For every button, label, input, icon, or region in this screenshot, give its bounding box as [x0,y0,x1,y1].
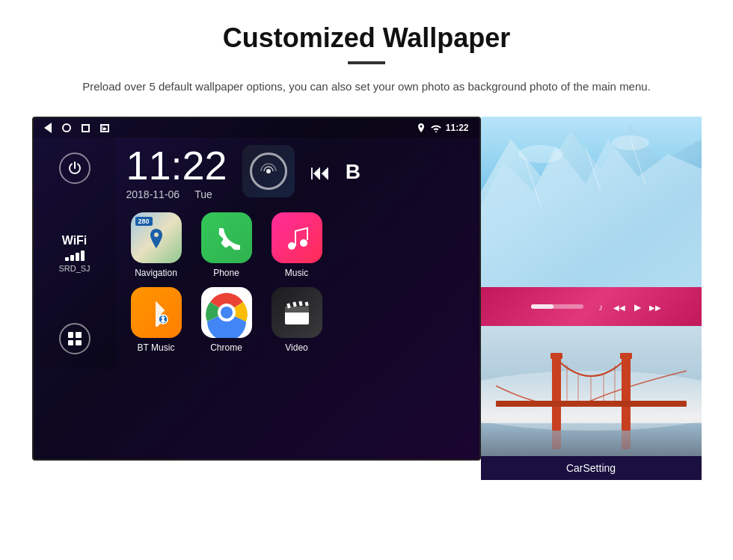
svg-rect-32 [550,353,562,359]
app-label-bt-music: BT Music [138,342,175,353]
bar-4 [81,250,85,261]
svg-rect-31 [622,356,631,431]
bridge-wallpaper-svg [481,326,702,456]
ice-visual [481,117,702,287]
date-value: 2018-11-06 [126,188,180,200]
screen-content: WiFi SRD_SJ [34,138,479,369]
day-value: Tue [194,188,212,200]
skip-previous-icon[interactable]: ⏮ [310,160,331,185]
app-item-video[interactable]: Video [267,287,327,353]
svg-point-19 [518,145,563,163]
apps-grid-icon [68,332,82,345]
phone-icon [213,224,240,251]
apps-row-2: BT Music [126,287,472,353]
apps-row-1: 280 Navigation [126,212,472,278]
svg-rect-22 [531,304,553,309]
status-time: 11:22 [446,123,469,133]
app-label-music: Music [285,268,308,278]
app-item-phone[interactable]: Phone [197,212,257,278]
carsetting-label[interactable]: CarSetting [481,456,702,480]
title-divider [348,61,385,64]
carsetting-text: CarSetting [566,462,616,474]
app-label-video: Video [285,342,307,353]
back-nav-icon[interactable] [44,123,52,133]
app-icon-navigation: 280 [131,212,182,263]
music-player-ui: ♪ ◀◀ ▶ ▶▶ [516,295,666,318]
bar-2 [70,255,74,261]
svg-point-2 [300,239,307,247]
media-app-icon[interactable] [242,145,295,197]
svg-rect-39 [496,401,687,407]
svg-text:♪: ♪ [598,302,603,313]
wallpaper-music-player[interactable]: ♪ ◀◀ ▶ ▶▶ [481,287,702,326]
app-label-navigation: Navigation [135,268,177,278]
svg-text:▶: ▶ [634,302,642,313]
wallpaper-column: ♪ ◀◀ ▶ ▶▶ [481,117,702,480]
app-icon-chrome [201,287,252,338]
ice-wallpaper-svg [481,117,702,287]
power-icon [67,161,82,176]
clapperboard-icon [282,299,312,326]
screen-main: 11:22 2018-11-06 Tue [116,138,479,369]
svg-rect-40 [552,427,561,449]
svg-point-20 [612,135,649,150]
app-icon-phone [201,212,252,263]
app-item-chrome[interactable]: Chrome [197,287,257,353]
recents-nav-icon[interactable] [82,124,90,132]
app-label-phone: Phone [213,268,239,278]
svg-text:▶▶: ▶▶ [649,304,661,312]
chrome-svg-icon [201,287,252,338]
wifi-status-icon [431,123,441,132]
svg-rect-11 [298,301,302,307]
screenshot-nav-icon[interactable] [100,124,109,132]
screen-sidebar: WiFi SRD_SJ [34,138,116,369]
wifi-ssid: SRD_SJ [58,264,90,273]
status-bar: 11:22 [34,118,479,138]
app-label-chrome: Chrome [210,342,242,353]
main-content: 11:22 WiFi [30,117,703,480]
svg-rect-41 [622,427,631,449]
clock-date: 2018-11-06 Tue [126,188,227,200]
clock-display: 11:22 2018-11-06 Tue [126,145,227,200]
app-item-navigation[interactable]: 280 Navigation [126,212,186,278]
bluetooth-icon [142,298,171,327]
media-icon-inner [250,153,287,190]
wifi-signal-display-icon [258,161,279,182]
power-button[interactable] [59,153,91,184]
wallpaper-ice[interactable] [481,117,702,287]
media-title-icon: B [346,160,361,184]
status-bar-right: 11:22 [416,123,469,133]
app-icon-bt-music [131,287,182,338]
svg-rect-33 [620,353,632,359]
svg-point-6 [221,307,233,319]
home-nav-icon[interactable] [62,123,71,132]
app-icon-video [272,287,322,338]
svg-rect-30 [552,356,561,431]
wifi-info: WiFi SRD_SJ [58,234,90,273]
apps-drawer-button[interactable] [59,323,91,354]
nav-badge: 280 [135,217,153,226]
svg-rect-12 [304,302,308,307]
android-screen: 11:22 WiFi [32,117,481,461]
app-item-music[interactable]: Music [267,212,327,278]
page-description: Preload over 5 default wallpaper options… [75,78,658,96]
svg-rect-10 [292,302,296,307]
svg-point-1 [288,242,295,250]
wifi-label: WiFi [58,234,90,247]
app-item-bt-music[interactable]: BT Music [126,287,186,353]
music-note-icon [283,224,311,252]
app-icon-music [272,212,322,263]
clock-area: 11:22 2018-11-06 Tue [126,145,472,200]
map-marker-icon [145,227,168,250]
bar-1 [65,257,69,261]
page-wrapper: Customized Wallpaper Preload over 5 defa… [0,0,733,495]
location-icon [416,123,426,133]
wifi-signal-bars [58,250,90,261]
svg-text:◀◀: ◀◀ [613,304,625,312]
page-title: Customized Wallpaper [30,22,703,54]
status-bar-left [44,123,109,133]
wallpaper-bridge[interactable] [481,326,702,456]
svg-point-0 [266,169,271,173]
bar-3 [76,253,79,261]
clock-time: 11:22 [126,145,227,185]
